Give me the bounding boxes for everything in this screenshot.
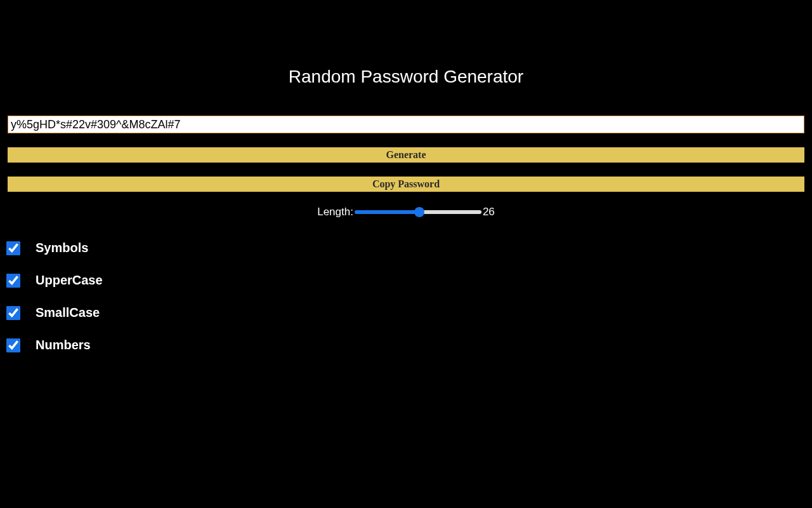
symbols-checkbox[interactable] bbox=[6, 241, 20, 255]
numbers-label: Numbers bbox=[36, 338, 91, 352]
length-control: Length: 26 bbox=[6, 206, 806, 218]
symbols-label: Symbols bbox=[36, 241, 88, 255]
generate-button[interactable]: Generate bbox=[8, 147, 804, 163]
uppercase-checkbox[interactable] bbox=[6, 274, 20, 288]
option-symbols: Symbols bbox=[6, 241, 806, 255]
length-slider[interactable] bbox=[355, 210, 481, 214]
copy-password-button[interactable]: Copy Password bbox=[8, 177, 804, 192]
length-label: Length: bbox=[317, 206, 353, 218]
options-group: Symbols UpperCase SmallCase Numbers bbox=[6, 241, 806, 352]
page-title: Random Password Generator bbox=[6, 67, 806, 87]
smallcase-label: SmallCase bbox=[36, 305, 100, 320]
password-output[interactable] bbox=[8, 116, 804, 133]
option-smallcase: SmallCase bbox=[6, 305, 806, 320]
smallcase-checkbox[interactable] bbox=[6, 306, 20, 320]
length-value: 26 bbox=[483, 206, 495, 218]
option-numbers: Numbers bbox=[6, 338, 806, 352]
option-uppercase: UpperCase bbox=[6, 273, 806, 288]
uppercase-label: UpperCase bbox=[36, 273, 103, 288]
numbers-checkbox[interactable] bbox=[6, 338, 20, 352]
